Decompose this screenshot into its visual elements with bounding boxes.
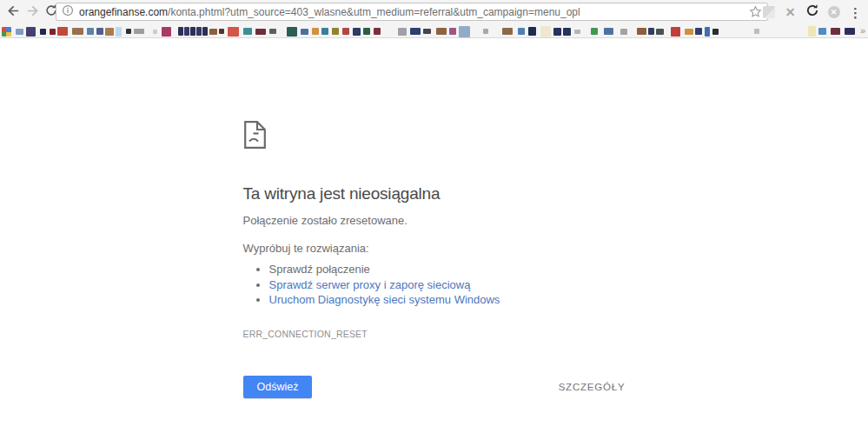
- bookmark-favicon[interactable]: [528, 27, 536, 36]
- bookmark-favicon[interactable]: [459, 26, 470, 37]
- bookmark-favicon[interactable]: [398, 28, 407, 36]
- url-text: orangefinanse.com/konta.phtml?utm_source…: [79, 6, 745, 18]
- bookmark-favicon[interactable]: [574, 30, 580, 34]
- circular-arrows-icon: [805, 3, 819, 21]
- bookmark-favicon[interactable]: [540, 26, 551, 37]
- bookmarks-bar: »: [0, 24, 868, 38]
- bookmark-favicon[interactable]: [321, 28, 328, 35]
- bookmark-favicon[interactable]: [410, 28, 421, 35]
- page-info-icon[interactable]: [62, 4, 74, 20]
- bookmark-favicon[interactable]: [301, 29, 308, 35]
- bookmark-favicon[interactable]: [16, 29, 23, 35]
- bookmark-favicon[interactable]: [449, 28, 456, 35]
- bookmark-favicon[interactable]: [637, 28, 646, 35]
- bookmark-favicon[interactable]: [342, 28, 349, 35]
- windmill-extension-icon[interactable]: ✕: [783, 5, 798, 20]
- bookmark-star-icon[interactable]: [749, 5, 762, 18]
- bookmark-favicon[interactable]: [656, 29, 664, 35]
- bookmark-favicon[interactable]: [196, 27, 202, 36]
- sync-extension-icon[interactable]: [805, 5, 819, 20]
- suggestions-list: Sprawdź połączenie Sprawdź serwer proxy …: [243, 262, 626, 308]
- error-message: Połączenie zostało zresetowane.: [243, 213, 626, 228]
- three-dot-menu-icon: ⋮: [849, 6, 862, 19]
- bookmark-favicon[interactable]: [502, 28, 513, 35]
- bookmark-favicon[interactable]: [332, 28, 339, 35]
- bookmark-favicon[interactable]: [363, 28, 370, 35]
- extensions-area: ✕ ✕ ⋮: [761, 0, 868, 24]
- bookmark-favicon[interactable]: [518, 28, 525, 35]
- bookmark-favicon[interactable]: [436, 28, 447, 35]
- bookmark-favicon[interactable]: [209, 29, 217, 35]
- bookmark-favicon[interactable]: [712, 29, 719, 35]
- bookmark-favicon[interactable]: [255, 29, 266, 35]
- url-path: /konta.phtml?utm_source=403_wlasne&utm_m…: [168, 6, 580, 18]
- sad-page-icon: [243, 120, 626, 153]
- actions-row: Odśwież SZCZEGÓŁY: [243, 376, 626, 398]
- bookmark-favicon[interactable]: [219, 29, 224, 34]
- back-button[interactable]: [3, 2, 23, 23]
- url-domain: orangefinanse.com: [79, 6, 168, 18]
- back-arrow-icon: [6, 3, 21, 22]
- bookmark-favicon[interactable]: [50, 29, 56, 35]
- bookmark-favicon[interactable]: [40, 29, 46, 35]
- error-title: Ta witryna jest nieosiągalna: [243, 183, 626, 205]
- bookmark-favicon[interactable]: [818, 28, 826, 35]
- forward-button[interactable]: [23, 2, 42, 23]
- bookmark-favicon[interactable]: [423, 29, 431, 34]
- bookmark-favicon[interactable]: [353, 28, 361, 36]
- bookmark-favicon[interactable]: [153, 30, 157, 34]
- bookmark-favicon[interactable]: [287, 27, 297, 37]
- bookmark-favicon[interactable]: [563, 28, 571, 36]
- browser-menu-button[interactable]: ⋮: [848, 5, 863, 20]
- details-button[interactable]: SZCZEGÓŁY: [559, 382, 626, 392]
- pdf-extension-icon[interactable]: [761, 5, 776, 20]
- bookmarks-overflow-chevron[interactable]: »: [860, 25, 865, 37]
- bookmark-favicon[interactable]: [116, 27, 122, 37]
- bookmark-favicon[interactable]: [808, 26, 816, 37]
- bookmark-favicon[interactable]: [87, 28, 94, 35]
- bookmark-favicon[interactable]: [178, 27, 183, 36]
- bookmark-favicon[interactable]: [312, 28, 319, 35]
- bookmark-favicon[interactable]: [831, 28, 840, 35]
- disabled-extension-icon[interactable]: ✕: [826, 5, 841, 20]
- bookmark-favicon[interactable]: [2, 27, 11, 37]
- proxy-link[interactable]: Sprawdź serwer proxy i zaporę sieciową: [269, 278, 471, 291]
- bookmark-favicon[interactable]: [105, 28, 114, 36]
- diagnostics-link[interactable]: Uruchom Diagnostykę sieci systemu Window…: [269, 293, 500, 306]
- suggestions-heading: Wypróbuj te rozwiązania:: [243, 241, 626, 256]
- bookmark-favicon[interactable]: [72, 28, 83, 35]
- bookmark-favicon[interactable]: [685, 29, 693, 35]
- bookmark-favicon[interactable]: [162, 27, 171, 37]
- bookmark-favicon[interactable]: [754, 29, 759, 34]
- bookmark-favicon[interactable]: [57, 27, 68, 36]
- bookmark-favicon[interactable]: [483, 29, 488, 34]
- bookmark-favicon[interactable]: [202, 27, 208, 36]
- suggestion-run-diagnostics: Uruchom Diagnostykę sieci systemu Window…: [269, 292, 626, 308]
- bookmark-favicon[interactable]: [134, 29, 144, 34]
- bookmark-favicon[interactable]: [269, 29, 276, 34]
- bookmark-favicon[interactable]: [26, 27, 36, 37]
- navigation-buttons: [0, 0, 61, 24]
- bookmark-favicon[interactable]: [190, 27, 195, 36]
- bookmark-favicon[interactable]: [374, 28, 381, 35]
- bookmark-favicon[interactable]: [695, 28, 702, 35]
- bookmark-favicon[interactable]: [845, 28, 855, 35]
- forward-arrow-icon: [25, 3, 40, 22]
- bookmark-favicon[interactable]: [620, 29, 627, 35]
- bookmark-favicon[interactable]: [228, 27, 239, 37]
- address-bar[interactable]: orangefinanse.com/konta.phtml?utm_source…: [56, 3, 768, 21]
- bookmark-favicon[interactable]: [553, 28, 561, 36]
- suggestion-check-proxy: Sprawdź serwer proxy i zaporę sieciową: [269, 277, 626, 293]
- bookmark-favicon[interactable]: [591, 28, 598, 35]
- bookmark-favicon[interactable]: [604, 28, 613, 35]
- bookmark-favicon[interactable]: [671, 27, 680, 37]
- bookmark-favicon[interactable]: [648, 28, 654, 35]
- refresh-button[interactable]: Odśwież: [243, 376, 313, 398]
- error-content: Ta witryna jest nieosiągalna Połączenie …: [243, 38, 626, 398]
- bookmark-favicon[interactable]: [126, 29, 131, 34]
- bookmark-favicon[interactable]: [184, 27, 189, 36]
- bookmark-favicon[interactable]: [243, 28, 252, 35]
- suggestion-check-connection: Sprawdź połączenie: [269, 262, 626, 277]
- bookmark-favicon[interactable]: [96, 28, 103, 35]
- bookmark-favicon[interactable]: [705, 27, 710, 37]
